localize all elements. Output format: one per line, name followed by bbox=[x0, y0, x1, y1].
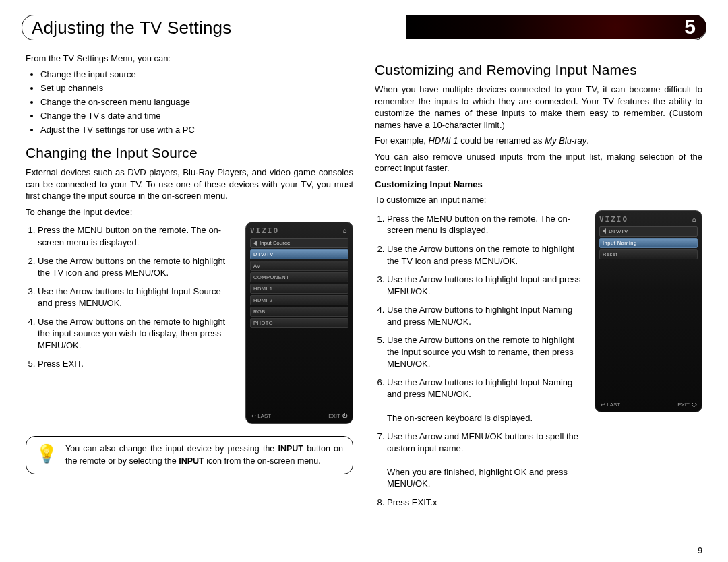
tip-callout: 💡 You can also change the input device b… bbox=[26, 436, 353, 474]
tv-menu-item: HDMI 1 bbox=[250, 284, 348, 294]
tv-logo: VIZIO bbox=[250, 226, 279, 235]
title-bar: Adjusting the TV Settings 5 bbox=[22, 15, 706, 39]
tv-footer: ↩ LAST EXIT ⏻ bbox=[599, 400, 698, 408]
tv-menu-item: COMPONENT bbox=[250, 272, 348, 282]
back-triangle-icon bbox=[603, 228, 606, 234]
tv-menu-item: HDMI 2 bbox=[250, 295, 348, 305]
step-item: Press the MENU button on the remote. The… bbox=[387, 213, 585, 237]
home-icon: ⌂ bbox=[343, 227, 348, 235]
steps-with-screenshot: Press the MENU button on the remote. The… bbox=[26, 222, 353, 424]
left-column: From the TV Settings Menu, you can: Chan… bbox=[26, 53, 353, 519]
tv-menu-item: PHOTO bbox=[250, 318, 348, 328]
step-item: Use the Arrow buttons on the remote to h… bbox=[387, 334, 585, 370]
tv-foot-left: ↩ LAST bbox=[601, 402, 620, 408]
page-title: Adjusting the TV Settings bbox=[32, 18, 231, 38]
tv-logo-row: VIZIO ⌂ bbox=[599, 215, 698, 224]
tv-menu-header: Input Source bbox=[250, 238, 348, 248]
chapter-number: 5 bbox=[684, 15, 696, 38]
paragraph: You can also remove unused inputs from t… bbox=[375, 151, 702, 175]
tv-menu-item: RGB bbox=[250, 307, 348, 317]
step-item: Use the Arrow buttons to highlight Input… bbox=[387, 274, 585, 297]
tv-menu-item: Input Naming bbox=[599, 238, 698, 248]
tv-menu-item: AV bbox=[250, 261, 348, 271]
section-heading: Changing the Input Source bbox=[26, 145, 353, 161]
step-item: Press EXIT. bbox=[38, 358, 236, 370]
bullet-item: Set up channels bbox=[40, 82, 353, 94]
step-item: Use the Arrow buttons to highlight Input… bbox=[38, 286, 236, 309]
bullet-list: Change the input source Set up channels … bbox=[40, 69, 353, 136]
tv-menu-title: Input Source bbox=[260, 240, 290, 246]
step-item: Use the Arrow buttons on the remote to h… bbox=[38, 316, 236, 352]
paragraph: External devices such as DVD players, Bl… bbox=[26, 166, 353, 202]
tv-logo: VIZIO bbox=[599, 215, 628, 224]
tv-footer: ↩ LAST EXIT ⏻ bbox=[250, 412, 348, 419]
tv-menu-header: DTV/TV bbox=[599, 226, 698, 237]
bullet-item: Adjust the TV settings for use with a PC bbox=[40, 124, 353, 136]
tv-screenshot-input-source: VIZIO ⌂ Input Source DTV/TV AV COMPONENT… bbox=[245, 222, 353, 424]
step-item: Press EXIT.x bbox=[387, 497, 585, 509]
intro-text: From the TV Settings Menu, you can: bbox=[26, 53, 353, 65]
steps-with-screenshot: Press the MENU button on the remote. The… bbox=[375, 210, 702, 519]
step-item: Use the Arrow buttons on the remote to h… bbox=[38, 255, 236, 279]
sub-heading: Customizing Input Names bbox=[375, 179, 702, 191]
chapter-badge: 5 bbox=[406, 15, 706, 39]
bullet-item: Change the input source bbox=[40, 69, 353, 81]
tv-logo-row: VIZIO ⌂ bbox=[250, 226, 348, 235]
manual-page: Adjusting the TV Settings 5 From the TV … bbox=[0, 0, 728, 562]
tv-menu-item: Reset bbox=[599, 249, 698, 259]
tv-menu-item: DTV/TV bbox=[250, 249, 348, 259]
tv-screenshot-input-naming: VIZIO ⌂ DTV/TV Input Naming Reset ↩ LAST… bbox=[595, 210, 702, 412]
ordered-steps: Press the MENU button on the remote. The… bbox=[38, 224, 236, 376]
page-number: 9 bbox=[698, 546, 702, 555]
ordered-steps: Press the MENU button on the remote. The… bbox=[387, 213, 585, 515]
tv-foot-right: EXIT ⏻ bbox=[677, 402, 696, 408]
paragraph: To change the input device: bbox=[26, 206, 353, 218]
back-triangle-icon bbox=[253, 241, 257, 246]
lightbulb-icon: 💡 bbox=[36, 445, 57, 462]
tv-foot-right: EXIT ⏻ bbox=[328, 413, 347, 419]
columns: From the TV Settings Menu, you can: Chan… bbox=[26, 53, 702, 519]
bullet-item: Change the on-screen menu language bbox=[40, 96, 353, 108]
tip-text: You can also change the input device by … bbox=[65, 443, 343, 467]
right-column: Customizing and Removing Input Names Whe… bbox=[375, 53, 702, 519]
step-item: Use the Arrow buttons to highlight Input… bbox=[387, 377, 585, 424]
paragraph: For example, HDMI 1 could be renamed as … bbox=[375, 135, 702, 147]
paragraph: When you have multiple devices connected… bbox=[375, 84, 702, 131]
step-item: Use the Arrow buttons on the remote to h… bbox=[387, 243, 585, 267]
tv-foot-left: ↩ LAST bbox=[251, 413, 271, 419]
paragraph: To customize an input name: bbox=[375, 194, 702, 206]
home-icon: ⌂ bbox=[692, 216, 698, 223]
section-heading: Customizing and Removing Input Names bbox=[375, 62, 702, 78]
bullet-item: Change the TV's date and time bbox=[40, 110, 353, 122]
step-item: Use the Arrow and MENU/OK buttons to spe… bbox=[387, 431, 585, 490]
step-item: Press the MENU button on the remote. The… bbox=[38, 224, 236, 248]
tv-menu-title: DTV/TV bbox=[609, 228, 628, 235]
step-item: Use the Arrow buttons to highlight Input… bbox=[387, 304, 585, 327]
